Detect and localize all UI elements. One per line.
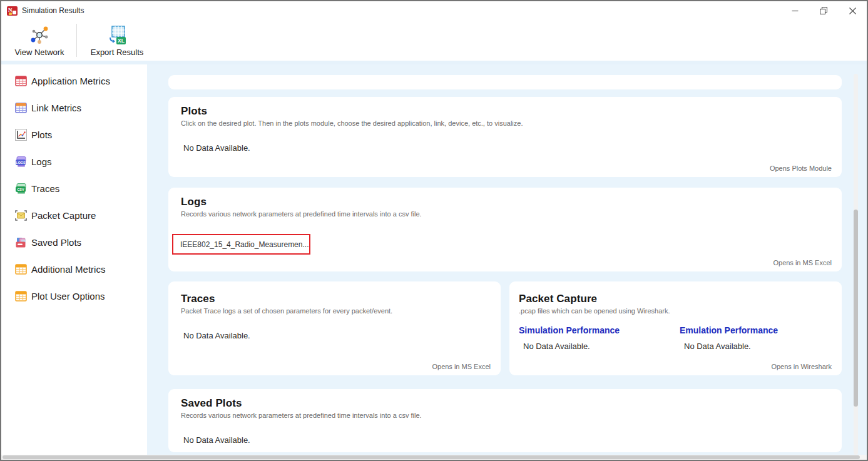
traces-card: Traces Packet Trace logs a set of chosen… [168,281,501,375]
packet-capture-card-footer: Opens in Wireshark [771,363,832,370]
export-results-label: Export Results [91,48,144,57]
restore-button[interactable] [809,1,838,20]
export-excel-icon: XL [106,25,128,46]
plots-no-data-text: No Data Available. [168,127,842,153]
sidebar-label: Link Metrics [31,103,81,113]
sidebar-item-application-metrics[interactable]: Application Metrics [1,68,147,94]
toolbar: View Network XL Export Results [1,20,867,61]
packet-capture-card-title: Packet Capture [509,281,842,305]
plots-card: Plots Click on the desired plot. Then in… [168,97,842,177]
traces-no-data-text: No Data Available. [168,315,501,340]
emulation-performance-no-data: No Data Available. [680,336,840,351]
sidebar: Application Metrics Link Metrics Plots [1,64,147,455]
saved-plots-card: Saved Plots Records various network para… [168,389,842,452]
view-network-label: View Network [14,48,64,57]
sidebar-item-packet-capture[interactable]: Packet Capture [1,202,147,229]
logs-card: Logs Records various network parameters … [168,188,842,271]
plots-card-footer: Opens Plots Module [770,165,832,172]
saved-plots-card-title: Saved Plots [168,389,842,410]
log-file-button[interactable]: IEEE802_15_4_Radio_Measuremen... [173,240,309,249]
scrolled-card-remnant [168,75,842,89]
plots-card-title: Plots [168,97,842,118]
link-metrics-table-icon [14,101,28,114]
application-metrics-table-icon [14,74,28,88]
red-highlight-annotation: IEEE802_15_4_Radio_Measuremen... [172,234,310,255]
packet-capture-card-description: .pcap files which can be opened using Wi… [509,305,842,315]
sidebar-label: Application Metrics [31,76,110,86]
netsim-app-icon: N [7,6,18,16]
sidebar-item-additional-metrics[interactable]: Additional Metrics [1,256,147,283]
logs-card-title: Logs [168,188,842,208]
plot-user-options-table-icon [14,290,28,303]
vertical-scrollbar-thumb[interactable] [854,210,858,407]
sidebar-label: Additional Metrics [31,264,105,275]
packet-capture-card: Packet Capture .pcap files which can be … [509,281,842,375]
plot-chart-icon [14,128,28,141]
envelope-capture-icon [14,209,28,222]
csv-badge-icon: CSV [14,182,28,195]
traces-card-footer: Opens in MS Excel [432,363,491,370]
traces-card-description: Packet Trace logs a set of chosen parame… [168,305,501,315]
simulation-performance-link[interactable]: Simulation Performance [519,325,620,335]
logs-badge-icon: LOGS [14,155,28,168]
restore-icon [820,7,827,14]
view-network-button[interactable]: View Network [5,20,74,61]
logs-card-description: Records various network parameters at pr… [168,208,842,218]
sidebar-item-logs[interactable]: LOGS Logs [1,148,147,175]
sidebar-item-plot-user-options[interactable]: Plot User Options [1,283,147,310]
window-title: Simulation Results [22,6,84,15]
logs-card-footer: Opens in MS Excel [773,259,832,266]
svg-text:CSV: CSV [17,188,24,191]
sidebar-item-traces[interactable]: CSV Traces [1,175,147,202]
vertical-scrollbar-track[interactable] [854,74,858,455]
horizontal-scrollbar-track[interactable] [1,455,867,460]
additional-metrics-table-icon [14,263,28,276]
sidebar-label: Logs [31,156,52,167]
close-icon [849,8,856,14]
toolbar-divider [76,24,77,57]
close-button[interactable] [838,1,867,20]
saved-plots-card-description: Records various network parameters at pr… [168,410,842,419]
sidebar-label: Plots [31,129,52,140]
horizontal-scrollbar-thumb[interactable] [3,455,860,459]
title-bar: N Simulation Results [1,1,867,20]
traces-card-title: Traces [168,281,501,305]
emulation-performance-link[interactable]: Emulation Performance [680,325,778,335]
plots-card-description: Click on the desired plot. Then in the p… [168,118,842,127]
results-content-area: Plots Click on the desired plot. Then in… [147,64,867,455]
saved-plots-tray-icon [14,236,28,249]
network-topology-icon [29,25,50,46]
export-results-button[interactable]: XL Export Results [78,20,156,61]
sidebar-label: Plot User Options [31,291,105,301]
svg-text:LOGS: LOGS [16,161,26,165]
sidebar-item-link-metrics[interactable]: Link Metrics [1,94,147,121]
sidebar-label: Traces [31,183,59,194]
sidebar-label: Saved Plots [31,237,81,248]
simulation-performance-no-data: No Data Available. [519,336,680,351]
sidebar-item-plots[interactable]: Plots [1,121,147,148]
sidebar-label: Packet Capture [31,210,96,221]
minimize-icon [792,8,799,14]
sidebar-item-saved-plots[interactable]: Saved Plots [1,229,147,256]
minimize-button[interactable] [780,1,809,20]
svg-text:XL: XL [118,38,125,44]
saved-plots-no-data-text: No Data Available. [168,419,842,445]
simulation-results-window: N Simulation Results [0,0,868,461]
